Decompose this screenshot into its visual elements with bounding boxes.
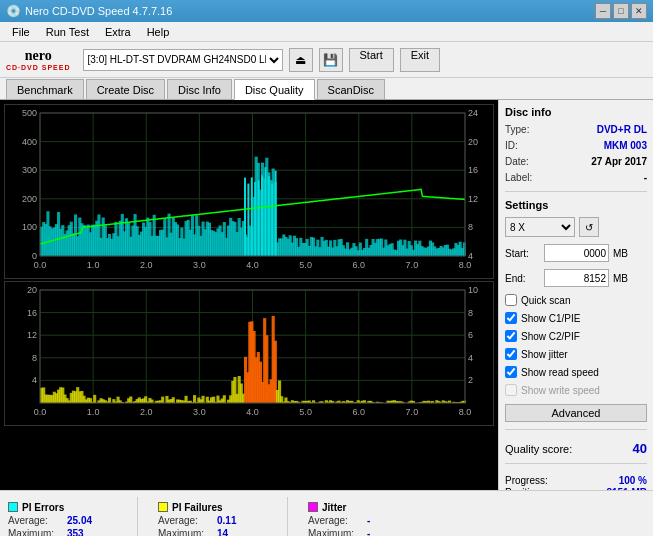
start-unit: MB <box>613 248 628 259</box>
nero-product-subtitle: CD·DVD SPEED <box>6 64 71 71</box>
show-read-speed-checkbox[interactable] <box>505 366 517 378</box>
show-c2pif-label: Show C2/PIF <box>521 331 580 342</box>
pi-errors-average: Average: 25.04 <box>8 515 117 526</box>
pi-failures-group: PI Failures Average: 0.11 Maximum: 14 To… <box>158 502 267 537</box>
show-jitter-row: Show jitter <box>505 348 647 360</box>
pi-failures-maximum: Maximum: 14 <box>158 528 267 537</box>
jitter-color <box>308 502 318 512</box>
end-input[interactable] <box>544 269 609 287</box>
bottom-chart <box>4 281 494 426</box>
disc-date-label: Date: <box>505 156 529 167</box>
show-write-speed-label: Show write speed <box>521 385 600 396</box>
nero-brand-text: nero <box>25 48 52 64</box>
menu-help[interactable]: Help <box>139 24 178 40</box>
start-label: Start: <box>505 248 540 259</box>
show-c1pie-label: Show C1/PIE <box>521 313 580 324</box>
speed-select[interactable]: 8 X Max 4 X 2 X 1 X <box>505 217 575 237</box>
charts-area <box>0 100 498 490</box>
minimize-button[interactable]: ─ <box>595 3 611 19</box>
top-chart <box>4 104 494 279</box>
title-bar-left: 💿 Nero CD-DVD Speed 4.7.7.16 <box>6 4 172 18</box>
close-button[interactable]: ✕ <box>631 3 647 19</box>
pi-errors-color <box>8 502 18 512</box>
tab-benchmark[interactable]: Benchmark <box>6 79 84 99</box>
separator-1 <box>505 191 647 192</box>
pi-errors-avg-value: 25.04 <box>67 515 117 526</box>
tab-disc-info[interactable]: Disc Info <box>167 79 232 99</box>
disc-label-row: Label: - <box>505 172 647 183</box>
show-read-speed-row: Show read speed <box>505 366 647 378</box>
jitter-average: Average: - <box>308 515 432 526</box>
pi-failures-header: PI Failures <box>158 502 267 513</box>
show-jitter-label: Show jitter <box>521 349 568 360</box>
start-field-row: Start: MB <box>505 244 647 262</box>
tab-create-disc[interactable]: Create Disc <box>86 79 165 99</box>
end-unit: MB <box>613 273 628 284</box>
nero-logo: nero CD·DVD SPEED <box>6 48 71 71</box>
tabs: Benchmark Create Disc Disc Info Disc Qua… <box>0 78 653 100</box>
show-c2pif-checkbox[interactable] <box>505 330 517 342</box>
refresh-button[interactable]: ↺ <box>579 217 599 237</box>
show-c2pif-row: Show C2/PIF <box>505 330 647 342</box>
disc-date-value: 27 Apr 2017 <box>591 156 647 167</box>
show-read-speed-label: Show read speed <box>521 367 599 378</box>
jitter-maximum: Maximum: - <box>308 528 432 537</box>
pi-failures-avg-label: Average: <box>158 515 213 526</box>
show-c1pie-checkbox[interactable] <box>505 312 517 324</box>
progress-value: 100 % <box>619 475 647 486</box>
pi-errors-max-label: Maximum: <box>8 528 63 537</box>
stats-bar: PI Errors Average: 25.04 Maximum: 353 To… <box>0 490 653 536</box>
speed-row: 8 X Max 4 X 2 X 1 X ↺ <box>505 217 647 237</box>
save-button[interactable]: 💾 <box>319 48 343 72</box>
separator-3 <box>505 463 647 464</box>
menu-file[interactable]: File <box>4 24 38 40</box>
disc-id-label: ID: <box>505 140 518 151</box>
quality-score-value: 40 <box>633 441 647 456</box>
position-label: Position: <box>505 487 543 490</box>
menu-run-test[interactable]: Run Test <box>38 24 97 40</box>
divider-1 <box>137 497 138 537</box>
right-panel: Disc info Type: DVD+R DL ID: MKM 003 Dat… <box>498 100 653 490</box>
jitter-header: Jitter <box>308 502 432 513</box>
title-text: Nero CD-DVD Speed 4.7.7.16 <box>25 5 172 17</box>
tab-scan-disc[interactable]: ScanDisc <box>317 79 385 99</box>
pi-errors-group: PI Errors Average: 25.04 Maximum: 353 To… <box>8 502 117 537</box>
disc-type-row: Type: DVD+R DL <box>505 124 647 135</box>
pi-failures-average: Average: 0.11 <box>158 515 267 526</box>
menu-bar: File Run Test Extra Help <box>0 22 653 42</box>
show-jitter-checkbox[interactable] <box>505 348 517 360</box>
pi-errors-label: PI Errors <box>22 502 64 513</box>
exit-button[interactable]: Exit <box>400 48 440 72</box>
disc-id-value: MKM 003 <box>604 140 647 151</box>
start-input[interactable] <box>544 244 609 262</box>
position-row: Position: 8151 MB <box>505 487 647 490</box>
title-bar-controls: ─ □ ✕ <box>595 3 647 19</box>
quick-scan-row: Quick scan <box>505 294 647 306</box>
main-content: Disc info Type: DVD+R DL ID: MKM 003 Dat… <box>0 100 653 490</box>
pi-errors-maximum: Maximum: 353 <box>8 528 117 537</box>
disc-info-title: Disc info <box>505 106 647 118</box>
show-write-speed-checkbox <box>505 384 517 396</box>
pi-failures-avg-value: 0.11 <box>217 515 267 526</box>
advanced-button[interactable]: Advanced <box>505 404 647 422</box>
jitter-max-value: - <box>367 528 417 537</box>
quality-score-label: Quality score: <box>505 443 572 455</box>
show-c1pie-row: Show C1/PIE <box>505 312 647 324</box>
app-icon: 💿 <box>6 4 21 18</box>
tab-disc-quality[interactable]: Disc Quality <box>234 79 315 100</box>
progress-row: Progress: 100 % <box>505 475 647 486</box>
position-value: 8151 MB <box>606 487 647 490</box>
disc-type-label: Type: <box>505 124 529 135</box>
eject-button[interactable]: ⏏ <box>289 48 313 72</box>
disc-type-value: DVD+R DL <box>597 124 647 135</box>
jitter-avg-label: Average: <box>308 515 363 526</box>
quick-scan-checkbox[interactable] <box>505 294 517 306</box>
settings-title: Settings <box>505 199 647 211</box>
disc-label-label: Label: <box>505 172 532 183</box>
drive-select[interactable]: [3:0] HL-DT-ST DVDRAM GH24NSD0 LH00 <box>83 49 283 71</box>
start-button[interactable]: Start <box>349 48 394 72</box>
menu-extra[interactable]: Extra <box>97 24 139 40</box>
maximize-button[interactable]: □ <box>613 3 629 19</box>
pi-errors-header: PI Errors <box>8 502 117 513</box>
jitter-group: Jitter Average: - Maximum: - PO failures… <box>308 502 432 537</box>
